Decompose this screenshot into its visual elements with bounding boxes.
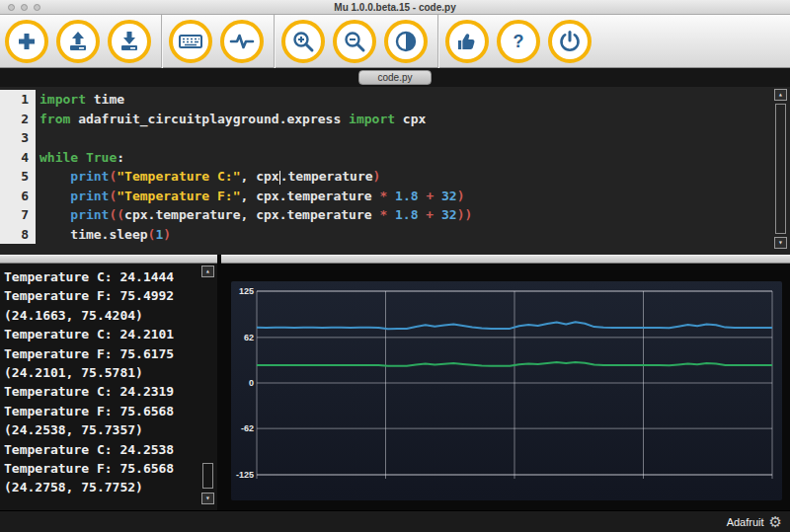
close-window-button[interactable] <box>8 4 15 11</box>
zoom-out-button[interactable] <box>333 20 376 63</box>
code-text[interactable]: import time <box>36 90 124 110</box>
check-button[interactable] <box>445 20 489 63</box>
quit-button[interactable] <box>548 20 592 63</box>
serial-line: Temperature C: 24.1444 <box>4 267 215 286</box>
token-pl: cpx.temperature, cpx.temperature <box>124 207 379 222</box>
editor-line: 2from adafruit_circuitplayground.express… <box>0 110 772 129</box>
contrast-icon <box>394 30 418 53</box>
token-kw: from <box>40 112 70 126</box>
editor-line: 3 <box>0 128 772 148</box>
zoom-out-icon <box>343 30 366 53</box>
token-kw: import <box>349 112 395 126</box>
code-text[interactable]: time.sleep(1) <box>36 225 171 245</box>
code-text[interactable]: from adafruit_circuitplayground.express … <box>36 110 426 129</box>
line-number: 8 <box>0 225 36 245</box>
code-text[interactable]: while True: <box>36 148 124 168</box>
title-bar: Mu 1.0.0.beta.15 - code.py <box>0 0 790 15</box>
token-pl: adafruit_circuitplayground.express <box>70 112 349 126</box>
pane-splitter[interactable] <box>0 255 790 264</box>
editor-line: 5 print("Temperature C:", cpx.temperatur… <box>0 167 772 187</box>
minimize-window-button[interactable] <box>21 4 28 11</box>
zoom-in-button[interactable] <box>281 20 325 63</box>
token-num: 1.8 <box>395 207 418 222</box>
plotter-button[interactable] <box>220 20 264 63</box>
token-op: )) <box>457 207 473 222</box>
token-str: "Temperature C:" <box>117 169 240 184</box>
token-pl <box>40 189 70 203</box>
token-kw: True <box>86 150 117 165</box>
token-pl: , cpx.temperature <box>241 189 380 203</box>
temperature-plot: 125620-62-125 <box>231 281 782 500</box>
y-axis-tick-label: -62 <box>241 423 254 433</box>
serial-lines: Temperature C: 24.1444Temperature F: 75.… <box>4 267 215 497</box>
serial-scrollbar-thumb[interactable] <box>202 463 213 489</box>
scrollbar-thumb[interactable] <box>775 104 786 234</box>
gear-icon[interactable]: ⚙ <box>769 514 782 529</box>
token-op: (( <box>109 207 124 222</box>
pulse-icon <box>229 30 255 53</box>
status-bar: Adafruit ⚙ <box>0 510 790 532</box>
editor-line: 6 print("Temperature F:", cpx.temperatur… <box>0 187 772 206</box>
editor-scrollbar: ▴ ▾ <box>774 87 788 255</box>
line-number: 7 <box>0 205 36 225</box>
window-controls <box>8 4 40 11</box>
y-axis-tick-label: 125 <box>239 286 254 296</box>
code-editor[interactable]: 1import time2from adafruit_circuitplaygr… <box>0 87 790 255</box>
tab-strip: code.py <box>0 68 790 87</box>
token-fn: print <box>70 189 109 203</box>
splitter-left-segment[interactable] <box>0 255 217 264</box>
zoom-window-button[interactable] <box>34 4 40 11</box>
serial-line: Temperature C: 24.2319 <box>4 382 215 401</box>
tab-label: code.py <box>377 72 412 83</box>
editor-line: 8 time.sleep(1) <box>0 225 772 245</box>
token-pl: time.sleep <box>40 227 148 242</box>
load-button[interactable] <box>56 20 100 63</box>
token-pl <box>434 189 441 203</box>
y-axis-tick-label: -125 <box>236 470 254 480</box>
code-text[interactable]: print("Temperature F:", cpx.temperature … <box>36 187 465 206</box>
scroll-down-button[interactable]: ▾ <box>774 237 787 249</box>
serial-line: (24.2101, 75.5781) <box>4 363 215 382</box>
download-icon <box>118 30 141 53</box>
token-op: ) <box>457 189 465 203</box>
serial-line: (24.1663, 75.4204) <box>4 306 215 325</box>
serial-scroll-up-button[interactable]: ▴ <box>201 266 214 277</box>
editor-line: 7 print((cpx.temperature, cpx.temperatur… <box>0 205 772 225</box>
toolbar-separator <box>274 15 275 68</box>
toolbar: ? <box>0 15 790 68</box>
token-op: ) <box>163 227 171 242</box>
token-pl <box>434 207 441 222</box>
plotter-pane: 125620-62-125 <box>221 264 790 510</box>
serial-line: Temperature F: 75.6175 <box>4 344 215 363</box>
token-pl: time <box>86 92 124 107</box>
token-pl: , cpx <box>241 169 279 184</box>
scroll-up-button[interactable]: ▴ <box>774 89 787 101</box>
line-number: 6 <box>0 187 36 206</box>
tab-code-py[interactable]: code.py <box>358 70 432 85</box>
token-fn: print <box>70 169 109 184</box>
code-text[interactable]: print("Temperature C:", cpx.temperature) <box>36 167 380 187</box>
line-number: 4 <box>0 148 36 168</box>
splitter-right-segment[interactable] <box>221 255 790 264</box>
serial-line: Temperature C: 24.2101 <box>4 325 215 343</box>
theme-button[interactable] <box>384 20 428 63</box>
token-kw: while <box>40 150 78 165</box>
token-pl: : <box>117 150 124 165</box>
token-pl <box>78 150 86 165</box>
token-pl: cpx <box>395 112 426 126</box>
window-title: Mu 1.0.0.beta.15 - code.py <box>334 2 455 13</box>
save-button[interactable] <box>108 20 151 63</box>
code-text[interactable]: print((cpx.temperature, cpx.temperature … <box>36 205 472 225</box>
new-button[interactable] <box>5 20 48 63</box>
token-fn: print <box>70 207 109 222</box>
thumbs-up-icon <box>455 30 479 53</box>
repl-button[interactable] <box>169 20 212 63</box>
bottom-panes: Temperature C: 24.1444Temperature F: 75.… <box>0 264 790 510</box>
serial-line: (24.2758, 75.7752) <box>4 478 215 496</box>
serial-scroll-down-button[interactable]: ▾ <box>201 493 214 504</box>
token-kw: import <box>40 92 86 107</box>
token-op: + <box>426 207 434 222</box>
code-text[interactable] <box>36 128 40 148</box>
help-button[interactable]: ? <box>497 20 540 63</box>
token-pl <box>40 169 70 184</box>
